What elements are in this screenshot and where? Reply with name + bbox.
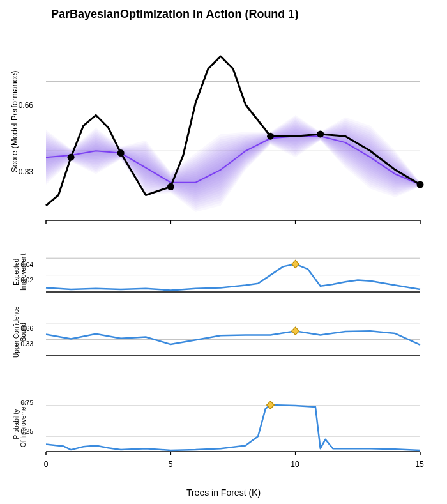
panel-main xyxy=(35,35,431,227)
ylabel-ei: ExpectedImprovement xyxy=(13,254,27,291)
chart-page: ParBayesianOptimization in Action (Round… xyxy=(0,0,447,504)
panel-ucb xyxy=(35,310,431,361)
ytick-ei-002: 0.02 xyxy=(14,277,33,284)
xtick-5: 5 xyxy=(158,460,183,469)
ytick-main-066: 0.66 xyxy=(14,101,33,110)
sample-point xyxy=(267,133,274,140)
xlabel: Trees in Forest (K) xyxy=(0,487,447,498)
panel-ei xyxy=(35,246,431,297)
marker-diamond xyxy=(292,327,299,335)
xtick-15: 15 xyxy=(407,460,432,469)
xtick-0: 0 xyxy=(33,460,59,469)
ylabel-pi: ProbabilityOf Improvement xyxy=(13,401,27,447)
sample-point xyxy=(68,154,75,161)
sample-point xyxy=(317,130,324,137)
ytick-main-033: 0.33 xyxy=(14,167,33,176)
ytick-pi-025: 0.25 xyxy=(14,428,33,435)
ylabel-main: Score (Model Performance) xyxy=(10,70,19,172)
ytick-pi-075: 0.75 xyxy=(14,399,33,406)
ytick-ei-004: 0.04 xyxy=(14,261,33,268)
panel-pi xyxy=(35,386,431,457)
xtick-10: 10 xyxy=(282,460,308,469)
acq-line xyxy=(46,405,420,450)
sample-point xyxy=(417,181,424,188)
ytick-ucb-066: 0.66 xyxy=(14,325,33,332)
acq-line xyxy=(46,331,420,345)
chart-title: ParBayesianOptimization in Action (Round… xyxy=(51,8,298,21)
marker-diamond xyxy=(292,260,299,268)
sample-point xyxy=(167,183,174,190)
acq-line xyxy=(46,264,420,290)
ytick-ucb-033: 0.33 xyxy=(14,340,33,347)
sample-point xyxy=(117,149,125,157)
